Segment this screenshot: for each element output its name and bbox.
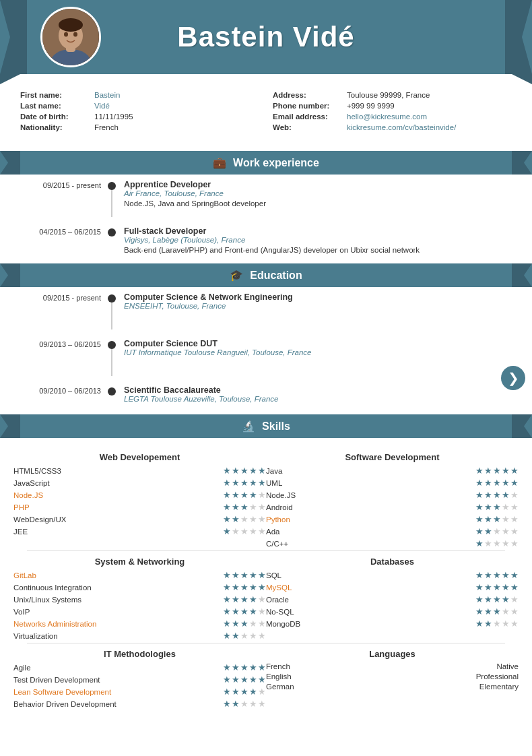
skill-name: Ada <box>266 528 333 536</box>
star-filled: ★ <box>258 674 266 685</box>
timeline-subtitle: ENSEEIHT, Toulouse, France <box>124 302 512 310</box>
header-name: Bastein Vidé <box>177 21 354 53</box>
phone-value: +999 99 9999 <box>347 102 395 110</box>
skill-name: MySQL <box>266 584 333 592</box>
address-row: Address: Toulouse 99999, France <box>273 91 512 99</box>
skill-row: Continuous Integration★★★★★ <box>13 582 266 592</box>
flask-icon: 🔬 <box>242 420 255 433</box>
timeline-date: 04/2015 – 06/2015 <box>20 226 108 236</box>
language-level: Elementary <box>479 683 519 691</box>
star-empty: ★ <box>510 502 519 512</box>
skill-name: Android <box>266 503 333 511</box>
timeline-item: 04/2015 – 06/2015 Full-stack Developer V… <box>20 226 512 254</box>
skill-name: Java <box>266 467 333 475</box>
skill-name: Agile <box>13 664 81 672</box>
next-button[interactable]: ❯ <box>501 366 525 390</box>
star-filled: ★ <box>240 466 248 476</box>
star-filled: ★ <box>493 570 501 580</box>
star-filled: ★ <box>223 582 231 592</box>
system-skills-col: System & Networking GitLab★★★★★Continuou… <box>13 551 266 643</box>
star-filled: ★ <box>502 490 510 500</box>
skill-row: Node.JS★★★★★ <box>13 490 266 500</box>
web-skills-col: Web Developement HTML5/CSS3★★★★★JavaScri… <box>13 447 266 550</box>
skill-name: Python <box>266 515 333 524</box>
skill-name: Node.JS <box>266 491 333 499</box>
skill-row: HTML5/CSS3★★★★★ <box>13 466 266 476</box>
star-filled: ★ <box>475 514 484 524</box>
star-filled: ★ <box>502 582 510 592</box>
svg-point-6 <box>64 32 68 37</box>
briefcase-icon: 💼 <box>213 156 226 169</box>
star-empty: ★ <box>258 687 266 697</box>
star-filled: ★ <box>493 594 501 604</box>
star-empty: ★ <box>249 514 257 524</box>
dob-value: 11/11/1995 <box>94 113 133 121</box>
first-name-value: Bastein <box>94 91 120 99</box>
software-skills-col: Software Development Java★★★★★UML★★★★★No… <box>266 447 519 550</box>
personal-info: First name: Bastein Last name: Vidé Date… <box>0 74 532 144</box>
star-filled: ★ <box>502 594 510 604</box>
star-filled: ★ <box>475 619 484 629</box>
timeline-dot <box>108 341 116 349</box>
star-filled: ★ <box>240 606 248 617</box>
skill-name: PHP <box>13 503 81 511</box>
star-empty: ★ <box>510 490 519 500</box>
timeline-line <box>111 349 112 376</box>
timeline-dot-container <box>108 385 116 396</box>
star-filled: ★ <box>232 619 240 629</box>
star-empty: ★ <box>258 594 266 604</box>
info-right: Address: Toulouse 99999, France Phone nu… <box>273 91 512 134</box>
star-filled: ★ <box>232 490 240 500</box>
star-filled: ★ <box>484 478 492 488</box>
timeline-item: 09/2015 - present Apprentice Developer A… <box>20 180 512 217</box>
skill-name: SQL <box>266 571 333 579</box>
star-filled: ★ <box>240 570 248 580</box>
skill-row: Virtualization★★★★★ <box>13 631 266 641</box>
timeline-content: Computer Science DUT IUT Informatique To… <box>124 339 512 358</box>
star-filled: ★ <box>249 674 257 685</box>
skill-row: VoIP★★★★★ <box>13 606 266 617</box>
star-filled: ★ <box>223 570 231 580</box>
skill-row: PHP★★★★★ <box>13 502 266 512</box>
skill-name: Test Driven Development <box>13 676 100 684</box>
star-filled: ★ <box>502 466 510 476</box>
skills-section-title: Skills <box>262 420 290 433</box>
skill-row: Python★★★★★ <box>266 514 519 524</box>
star-filled: ★ <box>232 502 240 512</box>
databases-skills-col: Databases SQL★★★★★MySQL★★★★★Oracle★★★★★N… <box>266 551 519 643</box>
skill-name: Node.JS <box>13 491 81 499</box>
star-filled: ★ <box>475 582 484 592</box>
skill-row: Java★★★★★ <box>266 466 519 476</box>
star-filled: ★ <box>475 526 484 536</box>
system-skills-list: GitLab★★★★★Continuous Integration★★★★★Un… <box>13 570 266 641</box>
star-filled: ★ <box>510 466 519 476</box>
timeline-dot <box>108 294 116 303</box>
star-filled: ★ <box>258 582 266 592</box>
svg-point-5 <box>59 18 83 32</box>
star-empty: ★ <box>258 619 266 629</box>
star-filled: ★ <box>240 674 248 685</box>
timeline-dot-container <box>108 292 116 329</box>
education-section-header: 🎓 Education <box>0 263 532 287</box>
skill-name: Networks Administration <box>13 620 96 628</box>
star-filled: ★ <box>240 490 248 500</box>
star-filled: ★ <box>232 478 240 488</box>
star-empty: ★ <box>510 594 519 604</box>
timeline-content: Scientific Baccalaureate LEGTA Toulouse … <box>124 385 512 405</box>
star-empty: ★ <box>510 514 519 524</box>
star-empty: ★ <box>510 619 519 629</box>
education-timeline: 09/2015 - present Computer Science & Net… <box>0 292 532 405</box>
system-skills-header: System & Networking <box>13 557 266 567</box>
skill-row: Node.JS★★★★★ <box>266 490 519 500</box>
star-filled: ★ <box>223 594 231 604</box>
skill-row: MySQL★★★★★ <box>266 582 519 592</box>
education-section-title: Education <box>250 270 302 282</box>
star-filled: ★ <box>475 466 484 476</box>
star-filled: ★ <box>493 606 501 617</box>
star-filled: ★ <box>502 478 510 488</box>
software-skills-list: Java★★★★★UML★★★★★Node.JS★★★★★Android★★★★… <box>266 466 519 548</box>
language-level: Professional <box>476 672 519 681</box>
star-filled: ★ <box>232 570 240 580</box>
timeline-dot-container <box>108 226 116 237</box>
skill-row: Agile★★★★★ <box>13 662 266 672</box>
